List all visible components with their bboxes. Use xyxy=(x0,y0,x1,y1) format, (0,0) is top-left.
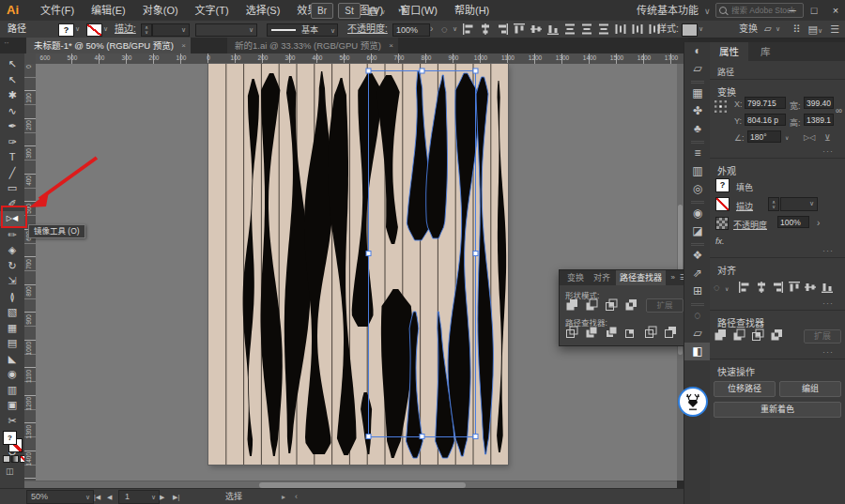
free-transform-tool[interactable]: ▧ xyxy=(0,304,24,319)
window-minimize-button[interactable]: ─ xyxy=(782,0,803,21)
curvature-tool[interactable]: ✑ xyxy=(0,134,24,149)
artboard-tool[interactable]: ▣ xyxy=(0,397,24,412)
selection-handle[interactable] xyxy=(366,435,371,439)
stroke-panel-icon[interactable]: ≡ xyxy=(684,145,711,162)
panel-dock-icon[interactable]: ▤∨ xyxy=(808,23,823,36)
dist-h-left-icon[interactable] xyxy=(614,23,627,36)
transform-panel-icon[interactable]: ▱ xyxy=(684,325,711,343)
intersect-icon[interactable] xyxy=(751,328,765,345)
column-graph-tool[interactable]: ▥ xyxy=(0,382,24,397)
close-tab-icon[interactable]: × xyxy=(389,38,393,53)
close-tab-icon[interactable]: × xyxy=(181,38,186,53)
illustrator-logo[interactable]: Ai xyxy=(7,3,25,18)
selection-handle[interactable] xyxy=(420,69,424,73)
rotate-tool[interactable]: ↻ xyxy=(0,258,24,273)
gradient-panel-icon[interactable]: ▥ xyxy=(684,162,711,180)
more-options-icon[interactable]: ··· xyxy=(822,347,834,357)
align-v-center-icon[interactable] xyxy=(530,23,543,36)
fill-unknown-swatch[interactable]: ? xyxy=(3,431,17,445)
trim-icon[interactable] xyxy=(585,326,600,339)
align-top-icon[interactable] xyxy=(513,23,526,36)
selection-handle[interactable] xyxy=(473,69,478,73)
more-options-icon[interactable]: ··· xyxy=(822,298,834,308)
selection-handle[interactable] xyxy=(420,435,424,439)
menu-item[interactable]: 选择(S) xyxy=(238,0,289,21)
outline-icon[interactable] xyxy=(644,326,659,339)
appearance-panel-icon[interactable]: ◉ xyxy=(684,205,711,222)
opacity-more-icon[interactable]: › xyxy=(817,218,820,228)
workspace-switcher[interactable]: 传统基本功能∨ xyxy=(637,0,711,21)
layers-panel-icon[interactable]: ❖ xyxy=(684,247,711,265)
opacity-label[interactable]: 不透明度: xyxy=(347,21,388,38)
dist-h-center-icon[interactable] xyxy=(631,23,644,36)
gradient-button[interactable] xyxy=(11,455,19,463)
align-right-icon[interactable] xyxy=(771,281,784,294)
tab-transform[interactable]: 变换 xyxy=(563,270,588,285)
menu-item[interactable]: 帮助(H) xyxy=(446,0,498,21)
lasso-tool[interactable]: ∿ xyxy=(0,103,24,118)
bridge-button[interactable]: Br xyxy=(311,3,333,19)
scale-tool[interactable]: ⇲ xyxy=(0,273,24,288)
menu-item[interactable]: 对象(O) xyxy=(134,0,187,21)
window-maximize-button[interactable]: □ xyxy=(804,0,824,21)
selection-handle[interactable] xyxy=(366,69,371,73)
rectangle-tool[interactable]: ▭ xyxy=(0,180,24,195)
stroke-weight-value[interactable]: ∨ xyxy=(152,23,190,37)
asset-export-panel-icon[interactable]: ⊞ xyxy=(684,283,711,300)
swatches-panel-icon[interactable]: ▦ xyxy=(684,84,711,102)
wavy-band-shape[interactable] xyxy=(243,79,259,456)
mesh-tool[interactable]: ▦ xyxy=(0,320,24,335)
stock-button[interactable]: St xyxy=(338,3,361,19)
merge-icon[interactable] xyxy=(605,326,620,339)
selection-handle[interactable] xyxy=(366,252,371,256)
wavy-band-shape[interactable] xyxy=(497,81,506,452)
wavy-band-shape[interactable] xyxy=(407,71,432,458)
type-tool[interactable]: T xyxy=(0,149,24,164)
previous-artboard-icon[interactable]: ◀ xyxy=(107,489,112,504)
flip-horizontal-icon[interactable]: ▷◁ xyxy=(804,133,815,142)
rotation-input[interactable] xyxy=(747,130,781,143)
direct-selection-tool[interactable]: ↖ xyxy=(0,72,24,87)
transparency-panel-icon[interactable]: ◎ xyxy=(684,180,711,198)
pencil-tool[interactable]: ✏ xyxy=(0,227,24,242)
pathfinder-panel-icon[interactable]: ◧ xyxy=(684,343,711,360)
selection-handle[interactable] xyxy=(473,252,478,256)
shaper-tool[interactable]: ◈ xyxy=(0,242,24,257)
artboard[interactable] xyxy=(208,64,508,465)
x-input[interactable] xyxy=(745,97,786,109)
slice-tool[interactable]: ✂ xyxy=(0,413,24,428)
selection-handle[interactable] xyxy=(473,435,478,439)
align-h-center-icon[interactable] xyxy=(755,281,768,294)
stroke-weight-stepper[interactable]: ∧∨ xyxy=(768,197,779,211)
blend-tool[interactable]: ◉ xyxy=(0,366,24,381)
opacity-label[interactable]: 不透明度 xyxy=(733,219,767,231)
align-h-center-icon[interactable] xyxy=(479,23,492,36)
align-panel-icon[interactable]: ◌ xyxy=(684,307,711,325)
minus-front-icon[interactable] xyxy=(732,328,746,345)
pen-tool[interactable]: ✒ xyxy=(0,118,24,133)
constrain-proportions-icon[interactable]: ∞ xyxy=(836,105,842,115)
tab-pathfinder[interactable]: 路径查找器 xyxy=(616,270,666,285)
stroke-chevron-icon[interactable]: ∨ xyxy=(103,21,108,38)
magic-wand-tool[interactable]: ✱ xyxy=(0,87,24,102)
unite-icon[interactable] xyxy=(565,298,580,312)
style-swatch[interactable] xyxy=(682,23,698,37)
crop-icon[interactable] xyxy=(624,326,639,339)
stroke-weight-dropdown[interactable]: ∨ xyxy=(780,197,818,211)
align-right-icon[interactable] xyxy=(496,23,509,36)
last-artboard-icon[interactable]: ▶| xyxy=(173,489,179,504)
unite-icon[interactable] xyxy=(714,328,728,345)
export-panel-icon[interactable]: ⇗ xyxy=(684,265,711,283)
graphic-styles-panel-icon[interactable]: ◪ xyxy=(684,222,711,240)
key-object-icon[interactable]: ◌ xyxy=(441,21,448,38)
menu-item[interactable]: 文件(F) xyxy=(32,0,83,21)
tab-properties[interactable]: 属性 xyxy=(710,42,748,61)
dist-v-top-icon[interactable] xyxy=(563,23,576,36)
y-input[interactable] xyxy=(745,114,786,126)
minus-back-icon[interactable] xyxy=(664,326,679,339)
menu-item[interactable]: 编辑(E) xyxy=(83,0,134,21)
recolor-button[interactable]: 重新着色 xyxy=(714,402,841,418)
style-chevron-icon[interactable]: ∨ xyxy=(699,21,703,38)
width-profile-dropdown[interactable]: ∨ xyxy=(195,23,257,37)
align-bottom-icon[interactable] xyxy=(546,23,560,36)
